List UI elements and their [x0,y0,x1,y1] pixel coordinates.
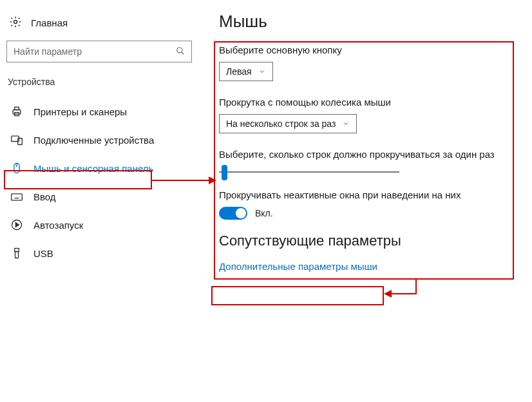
devices-icon [10,133,23,146]
svg-marker-17 [15,223,19,227]
sidebar-item-label: Автозапуск [33,220,83,231]
sidebar-item-label: Принтеры и сканеры [33,106,127,117]
svg-rect-10 [12,194,23,200]
autoplay-icon [10,218,23,231]
search-input[interactable]: Найти параметр [6,41,192,62]
sidebar-item-autoplay[interactable]: Автозапуск [6,211,200,239]
primary-button-label: Выберите основную кнопку [219,44,532,55]
toggle-knob [236,208,246,218]
slider-thumb[interactable] [222,165,227,180]
sidebar-item-label: Подключенные устройства [33,135,154,146]
lines-per-scroll-label: Выберите, сколько строк должно прокручив… [219,149,532,160]
scroll-mode-label: Прокрутка с помощью колесика мыши [219,97,532,108]
chevron-down-icon [342,120,350,128]
dropdown-value: Левая [226,66,252,77]
gear-icon [9,15,22,30]
inactive-scroll-toggle[interactable] [219,207,247,220]
sidebar-item-typing[interactable]: Ввод [6,182,200,211]
svg-point-1 [177,47,182,52]
chevron-down-icon [258,68,266,75]
sidebar-item-printers[interactable]: Принтеры и сканеры [6,97,200,126]
svg-rect-4 [15,107,19,110]
svg-point-0 [14,21,17,24]
additional-mouse-options-link[interactable]: Дополнительные параметры мыши [219,256,377,277]
svg-rect-19 [15,252,19,258]
usb-icon [10,247,23,260]
nav-group-label: Устройства [6,77,200,87]
sidebar-item-label: Ввод [33,191,56,202]
inactive-scroll-label: Прокручивать неактивные окна при наведен… [219,189,532,200]
home-label: Главная [31,17,68,28]
mouse-icon [10,162,23,175]
sidebar-item-mouse-touchpad[interactable]: Мышь и сенсорная панель [6,154,200,182]
page-title: Мышь [219,12,532,32]
sidebar-item-usb[interactable]: USB [6,239,200,267]
sidebar-item-label: Мышь и сенсорная панель [33,163,153,174]
printer-icon [10,105,23,118]
svg-rect-18 [15,249,19,252]
svg-line-2 [182,52,184,54]
keyboard-icon [10,190,23,203]
svg-rect-3 [13,110,21,115]
primary-button-dropdown[interactable]: Левая [219,62,273,81]
lines-per-scroll-slider[interactable] [219,171,399,173]
sidebar-item-connected-devices[interactable]: Подключенные устройства [6,126,200,154]
search-icon [176,46,185,57]
toggle-state-label: Вкл. [255,208,273,218]
home-nav[interactable]: Главная [6,12,200,41]
sidebar-item-label: USB [33,248,53,259]
search-placeholder: Найти параметр [14,46,176,57]
dropdown-value: На несколько строк за раз [226,119,336,129]
related-section-title: Сопутствующие параметры [219,233,532,249]
scroll-mode-dropdown[interactable]: На несколько строк за раз [219,114,357,133]
